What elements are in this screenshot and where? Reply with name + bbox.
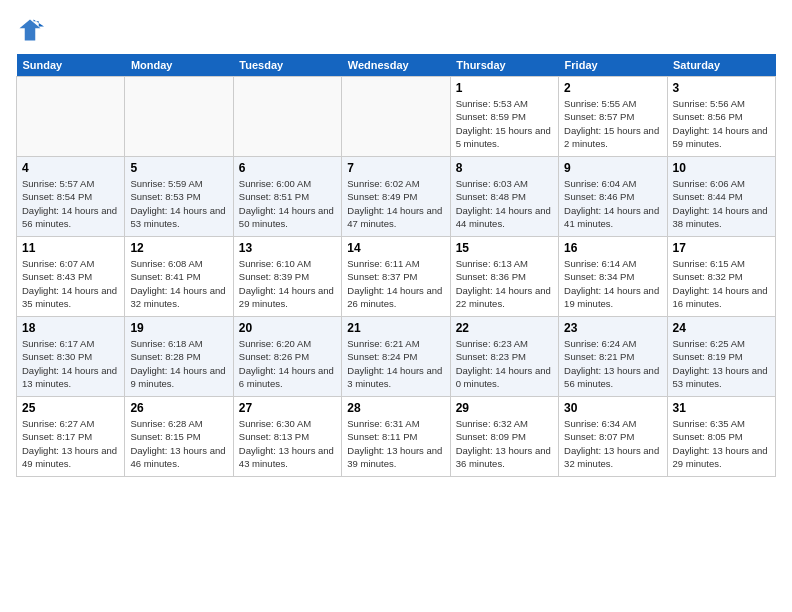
day-number: 13 [239, 241, 336, 255]
calendar-cell: 27Sunrise: 6:30 AM Sunset: 8:13 PM Dayli… [233, 397, 341, 477]
calendar-week-row: 18Sunrise: 6:17 AM Sunset: 8:30 PM Dayli… [17, 317, 776, 397]
day-number: 14 [347, 241, 444, 255]
day-number: 1 [456, 81, 553, 95]
column-header-tuesday: Tuesday [233, 54, 341, 77]
day-number: 7 [347, 161, 444, 175]
day-info: Sunrise: 6:02 AM Sunset: 8:49 PM Dayligh… [347, 177, 444, 230]
calendar-header-row: SundayMondayTuesdayWednesdayThursdayFrid… [17, 54, 776, 77]
day-number: 29 [456, 401, 553, 415]
day-number: 31 [673, 401, 770, 415]
calendar-cell: 11Sunrise: 6:07 AM Sunset: 8:43 PM Dayli… [17, 237, 125, 317]
calendar-cell: 4Sunrise: 5:57 AM Sunset: 8:54 PM Daylig… [17, 157, 125, 237]
day-number: 3 [673, 81, 770, 95]
day-info: Sunrise: 6:20 AM Sunset: 8:26 PM Dayligh… [239, 337, 336, 390]
day-number: 17 [673, 241, 770, 255]
calendar-cell: 28Sunrise: 6:31 AM Sunset: 8:11 PM Dayli… [342, 397, 450, 477]
svg-marker-1 [20, 20, 41, 41]
day-number: 26 [130, 401, 227, 415]
calendar-cell: 8Sunrise: 6:03 AM Sunset: 8:48 PM Daylig… [450, 157, 558, 237]
calendar-cell: 31Sunrise: 6:35 AM Sunset: 8:05 PM Dayli… [667, 397, 775, 477]
column-header-friday: Friday [559, 54, 667, 77]
day-info: Sunrise: 6:27 AM Sunset: 8:17 PM Dayligh… [22, 417, 119, 470]
calendar-cell: 18Sunrise: 6:17 AM Sunset: 8:30 PM Dayli… [17, 317, 125, 397]
day-number: 21 [347, 321, 444, 335]
day-info: Sunrise: 6:32 AM Sunset: 8:09 PM Dayligh… [456, 417, 553, 470]
calendar-cell: 22Sunrise: 6:23 AM Sunset: 8:23 PM Dayli… [450, 317, 558, 397]
day-info: Sunrise: 6:11 AM Sunset: 8:37 PM Dayligh… [347, 257, 444, 310]
calendar-cell: 12Sunrise: 6:08 AM Sunset: 8:41 PM Dayli… [125, 237, 233, 317]
day-info: Sunrise: 6:34 AM Sunset: 8:07 PM Dayligh… [564, 417, 661, 470]
calendar-cell: 19Sunrise: 6:18 AM Sunset: 8:28 PM Dayli… [125, 317, 233, 397]
day-number: 2 [564, 81, 661, 95]
calendar-cell: 24Sunrise: 6:25 AM Sunset: 8:19 PM Dayli… [667, 317, 775, 397]
day-info: Sunrise: 6:21 AM Sunset: 8:24 PM Dayligh… [347, 337, 444, 390]
calendar-cell: 6Sunrise: 6:00 AM Sunset: 8:51 PM Daylig… [233, 157, 341, 237]
calendar-cell: 1Sunrise: 5:53 AM Sunset: 8:59 PM Daylig… [450, 77, 558, 157]
calendar-cell: 3Sunrise: 5:56 AM Sunset: 8:56 PM Daylig… [667, 77, 775, 157]
day-info: Sunrise: 5:57 AM Sunset: 8:54 PM Dayligh… [22, 177, 119, 230]
day-number: 28 [347, 401, 444, 415]
page-header [16, 16, 776, 44]
day-number: 15 [456, 241, 553, 255]
calendar-cell: 15Sunrise: 6:13 AM Sunset: 8:36 PM Dayli… [450, 237, 558, 317]
column-header-wednesday: Wednesday [342, 54, 450, 77]
day-info: Sunrise: 6:24 AM Sunset: 8:21 PM Dayligh… [564, 337, 661, 390]
calendar-cell: 2Sunrise: 5:55 AM Sunset: 8:57 PM Daylig… [559, 77, 667, 157]
calendar-week-row: 25Sunrise: 6:27 AM Sunset: 8:17 PM Dayli… [17, 397, 776, 477]
column-header-sunday: Sunday [17, 54, 125, 77]
day-number: 8 [456, 161, 553, 175]
day-number: 19 [130, 321, 227, 335]
calendar-cell [233, 77, 341, 157]
calendar-week-row: 1Sunrise: 5:53 AM Sunset: 8:59 PM Daylig… [17, 77, 776, 157]
day-info: Sunrise: 6:23 AM Sunset: 8:23 PM Dayligh… [456, 337, 553, 390]
day-number: 6 [239, 161, 336, 175]
day-info: Sunrise: 6:28 AM Sunset: 8:15 PM Dayligh… [130, 417, 227, 470]
day-number: 9 [564, 161, 661, 175]
day-number: 11 [22, 241, 119, 255]
day-number: 25 [22, 401, 119, 415]
day-number: 22 [456, 321, 553, 335]
day-info: Sunrise: 6:04 AM Sunset: 8:46 PM Dayligh… [564, 177, 661, 230]
calendar-cell: 25Sunrise: 6:27 AM Sunset: 8:17 PM Dayli… [17, 397, 125, 477]
logo-icon [16, 16, 44, 44]
day-number: 27 [239, 401, 336, 415]
day-info: Sunrise: 6:25 AM Sunset: 8:19 PM Dayligh… [673, 337, 770, 390]
calendar-cell: 9Sunrise: 6:04 AM Sunset: 8:46 PM Daylig… [559, 157, 667, 237]
calendar-cell: 13Sunrise: 6:10 AM Sunset: 8:39 PM Dayli… [233, 237, 341, 317]
day-info: Sunrise: 6:06 AM Sunset: 8:44 PM Dayligh… [673, 177, 770, 230]
day-number: 24 [673, 321, 770, 335]
calendar-cell: 26Sunrise: 6:28 AM Sunset: 8:15 PM Dayli… [125, 397, 233, 477]
day-number: 20 [239, 321, 336, 335]
logo [16, 16, 48, 44]
calendar-cell: 14Sunrise: 6:11 AM Sunset: 8:37 PM Dayli… [342, 237, 450, 317]
calendar-cell: 23Sunrise: 6:24 AM Sunset: 8:21 PM Dayli… [559, 317, 667, 397]
day-number: 16 [564, 241, 661, 255]
calendar-week-row: 4Sunrise: 5:57 AM Sunset: 8:54 PM Daylig… [17, 157, 776, 237]
calendar-cell: 5Sunrise: 5:59 AM Sunset: 8:53 PM Daylig… [125, 157, 233, 237]
day-number: 23 [564, 321, 661, 335]
calendar-week-row: 11Sunrise: 6:07 AM Sunset: 8:43 PM Dayli… [17, 237, 776, 317]
day-info: Sunrise: 6:03 AM Sunset: 8:48 PM Dayligh… [456, 177, 553, 230]
day-info: Sunrise: 5:53 AM Sunset: 8:59 PM Dayligh… [456, 97, 553, 150]
day-info: Sunrise: 5:59 AM Sunset: 8:53 PM Dayligh… [130, 177, 227, 230]
calendar-cell: 21Sunrise: 6:21 AM Sunset: 8:24 PM Dayli… [342, 317, 450, 397]
day-info: Sunrise: 6:08 AM Sunset: 8:41 PM Dayligh… [130, 257, 227, 310]
calendar-cell: 20Sunrise: 6:20 AM Sunset: 8:26 PM Dayli… [233, 317, 341, 397]
column-header-monday: Monday [125, 54, 233, 77]
day-info: Sunrise: 5:55 AM Sunset: 8:57 PM Dayligh… [564, 97, 661, 150]
calendar-cell: 29Sunrise: 6:32 AM Sunset: 8:09 PM Dayli… [450, 397, 558, 477]
calendar-cell: 10Sunrise: 6:06 AM Sunset: 8:44 PM Dayli… [667, 157, 775, 237]
day-info: Sunrise: 6:10 AM Sunset: 8:39 PM Dayligh… [239, 257, 336, 310]
calendar-cell: 7Sunrise: 6:02 AM Sunset: 8:49 PM Daylig… [342, 157, 450, 237]
day-info: Sunrise: 6:30 AM Sunset: 8:13 PM Dayligh… [239, 417, 336, 470]
day-info: Sunrise: 6:00 AM Sunset: 8:51 PM Dayligh… [239, 177, 336, 230]
calendar-cell: 16Sunrise: 6:14 AM Sunset: 8:34 PM Dayli… [559, 237, 667, 317]
calendar-cell [17, 77, 125, 157]
day-number: 4 [22, 161, 119, 175]
day-info: Sunrise: 6:17 AM Sunset: 8:30 PM Dayligh… [22, 337, 119, 390]
day-info: Sunrise: 5:56 AM Sunset: 8:56 PM Dayligh… [673, 97, 770, 150]
calendar-table: SundayMondayTuesdayWednesdayThursdayFrid… [16, 54, 776, 477]
day-number: 18 [22, 321, 119, 335]
calendar-cell [125, 77, 233, 157]
day-number: 10 [673, 161, 770, 175]
